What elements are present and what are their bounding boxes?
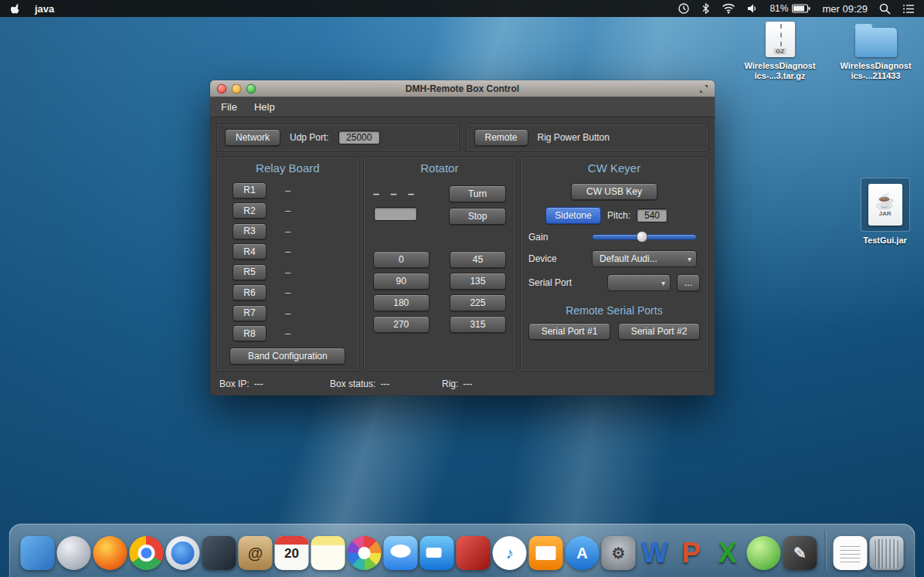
app-menubar: File Help — [210, 97, 715, 117]
rotator-preset-135[interactable]: 135 — [450, 273, 506, 290]
notes-dock-icon[interactable] — [311, 536, 345, 570]
relay-r4-button[interactable]: R4 — [233, 243, 267, 260]
apple-menu-icon[interactable] — [11, 3, 21, 15]
photo-booth-dock-icon[interactable] — [457, 536, 491, 570]
box-ip-value: --- — [254, 378, 263, 389]
relay-r1-button[interactable]: R1 — [233, 182, 267, 199]
contacts-dock-icon[interactable]: @ — [239, 536, 273, 570]
serial-port-select[interactable]: ▾ — [607, 274, 671, 291]
pitch-label: Pitch: — [607, 210, 630, 221]
rotator-preset-315[interactable]: 315 — [450, 316, 506, 333]
itunes-dock-icon[interactable]: ♪ — [493, 536, 527, 570]
notification-center-icon[interactable] — [902, 4, 915, 14]
window-titlebar[interactable]: DMH-Remote Box Control — [210, 80, 715, 97]
pen-tool-dock-icon[interactable]: ✎ — [783, 536, 817, 570]
desktop-icon-targz[interactable]: GZ WirelessDiagnostics-...3.tar.gz — [743, 22, 817, 81]
textedit-dock-icon[interactable] — [834, 536, 868, 570]
pitch-input[interactable] — [637, 209, 668, 222]
relay-r6-button[interactable]: R6 — [233, 284, 267, 300]
relay-r8-button[interactable]: R8 — [233, 325, 267, 341]
cw-usb-key-button[interactable]: CW USB Key — [571, 183, 657, 200]
rotator-preset-0[interactable]: 0 — [373, 251, 430, 268]
rotator-preset-180[interactable]: 180 — [373, 294, 430, 311]
minimize-button[interactable] — [232, 84, 241, 93]
word-icon: W — [638, 536, 672, 570]
time-machine-icon[interactable] — [678, 2, 690, 15]
rotator-preset-270[interactable]: 270 — [373, 316, 430, 333]
app-store-dock-icon[interactable]: A — [566, 536, 600, 570]
notes-icon — [311, 536, 345, 570]
stop-button[interactable]: Stop — [449, 208, 506, 225]
close-button[interactable] — [217, 84, 226, 93]
trash-dock-icon[interactable] — [870, 536, 904, 570]
status-bar: Box IP: --- Box status: --- Rig: --- — [216, 372, 708, 389]
band-configuration-button[interactable]: Band Configuration — [229, 348, 345, 365]
sidetone-button[interactable]: Sidetone — [545, 207, 601, 224]
serial-port-1-button[interactable]: Serial Port #1 — [528, 323, 610, 340]
box-status: Box status: --- — [330, 378, 442, 389]
volume-icon[interactable] — [747, 3, 758, 14]
relay-r7-button[interactable]: R7 — [233, 305, 267, 321]
zoom-button[interactable] — [246, 84, 256, 93]
desktop-icon-testgui-jar[interactable]: ☕ JAR TestGui.jar — [848, 178, 922, 246]
relay-r2-button[interactable]: R2 — [233, 202, 267, 219]
desktop-icon-folder[interactable]: WirelessDiagnostics-...211433 — [839, 22, 912, 81]
serial-port-browse-button[interactable]: ... — [677, 274, 700, 291]
contacts-icon: @ — [239, 536, 273, 570]
relay-r3-button[interactable]: R3 — [233, 223, 267, 239]
desktop-icon-label: WirelessDiagnostics-...211433 — [839, 61, 912, 81]
relay-r4-status: – — [285, 246, 290, 257]
relay-row: R3 – — [233, 223, 358, 239]
photos-dock-icon[interactable] — [348, 536, 382, 570]
battery-status[interactable]: 81% — [769, 3, 810, 14]
facetime-dock-icon[interactable] — [420, 536, 454, 570]
word-dock-icon[interactable]: W — [638, 536, 672, 570]
gain-slider[interactable] — [592, 231, 697, 243]
finder-dock-icon[interactable] — [21, 536, 55, 570]
system-preferences-dock-icon[interactable]: ⚙ — [602, 536, 636, 570]
udp-port-input[interactable] — [338, 131, 380, 144]
messages-dock-icon[interactable] — [384, 536, 418, 570]
powerpoint-dock-icon[interactable]: P — [674, 536, 708, 570]
itunes-icon: ♪ — [493, 536, 527, 570]
rotator-buttons: Turn Stop — [449, 185, 506, 225]
wifi-icon[interactable] — [722, 3, 735, 14]
chrome-dock-icon[interactable] — [130, 536, 164, 570]
window-resize-icon[interactable] — [699, 84, 715, 93]
green-sphere-dock-icon[interactable] — [747, 536, 781, 570]
rotator-preset-90[interactable]: 90 — [373, 273, 430, 290]
device-select[interactable]: Default Audi... ▾ — [592, 250, 697, 267]
cw-keyer-title: CW Keyer — [521, 158, 708, 175]
rotator-heading-input[interactable] — [374, 207, 417, 221]
launchpad-dock-icon[interactable] — [57, 536, 91, 570]
safari-dock-icon[interactable] — [166, 536, 200, 570]
dashboard-dock-icon[interactable] — [202, 536, 236, 570]
network-button[interactable]: Network — [225, 129, 280, 146]
menubar-clock[interactable]: mer 09:29 — [822, 3, 868, 15]
desktop-icon-label: TestGui.jar — [863, 236, 907, 246]
rotator-preset-45[interactable]: 45 — [450, 251, 506, 268]
spotlight-icon[interactable] — [879, 3, 891, 15]
excel-dock-icon[interactable]: X — [711, 536, 745, 570]
zipper-graphic — [780, 24, 782, 46]
relay-r5-button[interactable]: R5 — [233, 264, 267, 280]
turn-button[interactable]: Turn — [449, 185, 506, 202]
dock-divider — [825, 530, 826, 570]
gain-slider-thumb[interactable] — [637, 231, 648, 243]
trash-icon — [870, 536, 904, 570]
ibooks-icon — [529, 536, 563, 570]
firefox-dock-icon[interactable] — [93, 536, 127, 570]
calendar-dock-icon[interactable]: 20 — [275, 536, 309, 570]
rotator-preset-225[interactable]: 225 — [450, 294, 506, 311]
menu-file[interactable]: File — [221, 101, 237, 113]
active-app-name[interactable]: java — [35, 3, 54, 15]
serial-port-2-button[interactable]: Serial Port #2 — [618, 323, 700, 340]
menu-help[interactable]: Help — [254, 101, 275, 113]
remote-button[interactable]: Remote — [474, 129, 528, 146]
desktop-wallpaper: java 81% mer 09:29 — [0, 0, 924, 577]
bluetooth-icon[interactable] — [701, 2, 710, 15]
jar-file-icon: ☕ JAR — [868, 184, 902, 226]
ibooks-dock-icon[interactable] — [529, 536, 563, 570]
window-title: DMH-Remote Box Control — [210, 83, 715, 94]
rig-value: --- — [463, 378, 472, 389]
